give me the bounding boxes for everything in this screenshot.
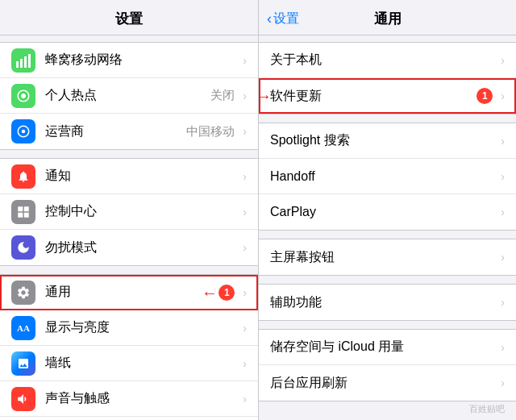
dnd-item[interactable]: 勿扰模式 › bbox=[0, 230, 258, 265]
right-group-2: Spotlight 搜索 › Handoff › CarPlay › bbox=[259, 123, 516, 231]
controlcenter-chevron: › bbox=[243, 206, 247, 218]
homebutton-label: 主屏幕按钮 bbox=[270, 249, 497, 266]
hotspot-icon bbox=[11, 84, 35, 108]
carrier-label: 运营商 bbox=[45, 123, 186, 140]
left-title-text: 设置 bbox=[115, 11, 143, 27]
back-label: 设置 bbox=[273, 10, 299, 27]
sound-chevron: › bbox=[243, 393, 247, 405]
notification-icon bbox=[11, 164, 35, 189]
wallpaper-chevron: › bbox=[243, 357, 247, 370]
back-chevron-icon: ‹ bbox=[267, 10, 272, 27]
controlcenter-icon bbox=[11, 200, 35, 224]
left-group-2: 通知 › 控制中心 › 勿扰模式 › bbox=[0, 158, 258, 266]
homebutton-chevron: › bbox=[501, 251, 505, 264]
wallpaper-item[interactable]: 墙纸 › bbox=[0, 346, 258, 381]
cellular-icon bbox=[11, 48, 35, 73]
left-group-1: 蜂窝移动网络 › 个人热点 关闭 › 运营商 中国移动 › bbox=[0, 42, 258, 150]
dnd-icon bbox=[11, 235, 35, 260]
general-arrow-indicator: ← bbox=[202, 283, 218, 301]
controlcenter-label: 控制中心 bbox=[45, 203, 239, 220]
accessibility-chevron: › bbox=[501, 296, 505, 309]
carrier-value: 中国移动 bbox=[186, 124, 235, 139]
watermark: 百姓贴吧 bbox=[254, 401, 511, 417]
svg-point-4 bbox=[22, 130, 26, 134]
cellular-label: 蜂窝移动网络 bbox=[45, 52, 239, 69]
notification-item[interactable]: 通知 › bbox=[0, 159, 258, 194]
homebutton-item[interactable]: 主屏幕按钮 › bbox=[259, 239, 516, 275]
general-badge: 1 bbox=[218, 285, 235, 301]
left-panel-title: 设置 bbox=[0, 0, 258, 35]
general-chevron: › bbox=[243, 286, 247, 299]
left-group-3: 通用 ← 1 › AA 显示与亮度 › 墙纸 › 声音与 bbox=[0, 274, 258, 420]
wallpaper-label: 墙纸 bbox=[45, 355, 239, 372]
right-panel: ‹ 设置 通用 关于本机 › → 软件更新 1 › Spotlight 搜索 › bbox=[258, 0, 516, 420]
about-chevron: › bbox=[501, 54, 505, 67]
right-panel-header: ‹ 设置 通用 bbox=[259, 0, 516, 35]
software-update-badge: 1 bbox=[476, 88, 493, 104]
storage-chevron: › bbox=[501, 341, 505, 354]
hotspot-item[interactable]: 个人热点 关闭 › bbox=[0, 78, 258, 114]
backgroundapp-item[interactable]: 后台应用刷新 › bbox=[259, 365, 516, 401]
cellular-chevron: › bbox=[243, 54, 247, 67]
right-group-1: 关于本机 › → 软件更新 1 › bbox=[259, 42, 516, 114]
software-update-item[interactable]: → 软件更新 1 › bbox=[259, 78, 516, 114]
handoff-item[interactable]: Handoff › bbox=[259, 159, 516, 194]
left-panel: 设置 蜂窝移动网络 › 个人热点 关闭 › bbox=[0, 0, 258, 420]
right-panel-title: 通用 bbox=[374, 10, 402, 28]
display-label: 显示与亮度 bbox=[45, 319, 239, 336]
display-icon: AA bbox=[11, 316, 35, 340]
sound-label: 声音与触感 bbox=[45, 390, 239, 407]
right-group-5: 储存空间与 iCloud 用量 › 后台应用刷新 › bbox=[259, 329, 516, 401]
handoff-chevron: › bbox=[501, 170, 505, 183]
notification-label: 通知 bbox=[45, 168, 239, 185]
dnd-chevron: › bbox=[243, 241, 247, 254]
storage-item[interactable]: 储存空间与 iCloud 用量 › bbox=[259, 330, 516, 365]
sound-icon bbox=[11, 387, 35, 411]
software-update-chevron: › bbox=[501, 89, 505, 102]
carrier-item[interactable]: 运营商 中国移动 › bbox=[0, 114, 258, 149]
svg-rect-3 bbox=[28, 54, 31, 68]
svg-rect-2 bbox=[24, 56, 27, 68]
general-icon bbox=[11, 281, 35, 305]
handoff-label: Handoff bbox=[270, 169, 497, 184]
carplay-item[interactable]: CarPlay › bbox=[259, 194, 516, 230]
svg-rect-0 bbox=[16, 61, 19, 68]
software-update-arrow-indicator: → bbox=[259, 87, 272, 106]
carplay-chevron: › bbox=[501, 206, 505, 218]
general-label: 通用 bbox=[45, 284, 218, 301]
notification-chevron: › bbox=[243, 170, 247, 183]
sound-item[interactable]: 声音与触感 › bbox=[0, 381, 258, 417]
accessibility-label: 辅助功能 bbox=[270, 294, 497, 311]
backgroundapp-chevron: › bbox=[501, 376, 505, 389]
carrier-icon bbox=[11, 119, 35, 143]
back-button[interactable]: ‹ 设置 bbox=[267, 10, 299, 27]
display-chevron: › bbox=[243, 322, 247, 335]
right-group-4: 辅助功能 › bbox=[259, 284, 516, 321]
about-label: 关于本机 bbox=[270, 52, 497, 69]
right-group-3: 主屏幕按钮 › bbox=[259, 239, 516, 276]
right-scroll-area[interactable]: 关于本机 › → 软件更新 1 › Spotlight 搜索 › Handoff… bbox=[259, 35, 516, 405]
hotspot-value: 关闭 bbox=[210, 88, 235, 103]
general-item[interactable]: 通用 ← 1 › bbox=[0, 275, 258, 310]
spotlight-item[interactable]: Spotlight 搜索 › bbox=[259, 123, 516, 159]
svg-rect-1 bbox=[20, 59, 23, 68]
controlcenter-item[interactable]: 控制中心 › bbox=[0, 194, 258, 230]
accessibility-item[interactable]: 辅助功能 › bbox=[259, 285, 516, 320]
cellular-item[interactable]: 蜂窝移动网络 › bbox=[0, 43, 258, 78]
dnd-label: 勿扰模式 bbox=[45, 239, 239, 256]
hotspot-chevron: › bbox=[243, 89, 247, 102]
backgroundapp-label: 后台应用刷新 bbox=[270, 375, 497, 392]
carplay-label: CarPlay bbox=[270, 205, 497, 219]
spotlight-label: Spotlight 搜索 bbox=[270, 132, 497, 149]
wallpaper-icon bbox=[11, 351, 35, 376]
about-item[interactable]: 关于本机 › bbox=[259, 43, 516, 78]
software-update-label: 软件更新 bbox=[270, 88, 476, 105]
storage-label: 储存空间与 iCloud 用量 bbox=[270, 339, 497, 356]
carrier-chevron: › bbox=[243, 125, 247, 138]
left-scroll-area[interactable]: 蜂窝移动网络 › 个人热点 关闭 › 运营商 中国移动 › bbox=[0, 35, 258, 420]
spotlight-chevron: › bbox=[501, 135, 505, 148]
display-item[interactable]: AA 显示与亮度 › bbox=[0, 310, 258, 346]
siri-item[interactable]: Siri › bbox=[0, 417, 258, 420]
hotspot-label: 个人热点 bbox=[45, 87, 210, 104]
